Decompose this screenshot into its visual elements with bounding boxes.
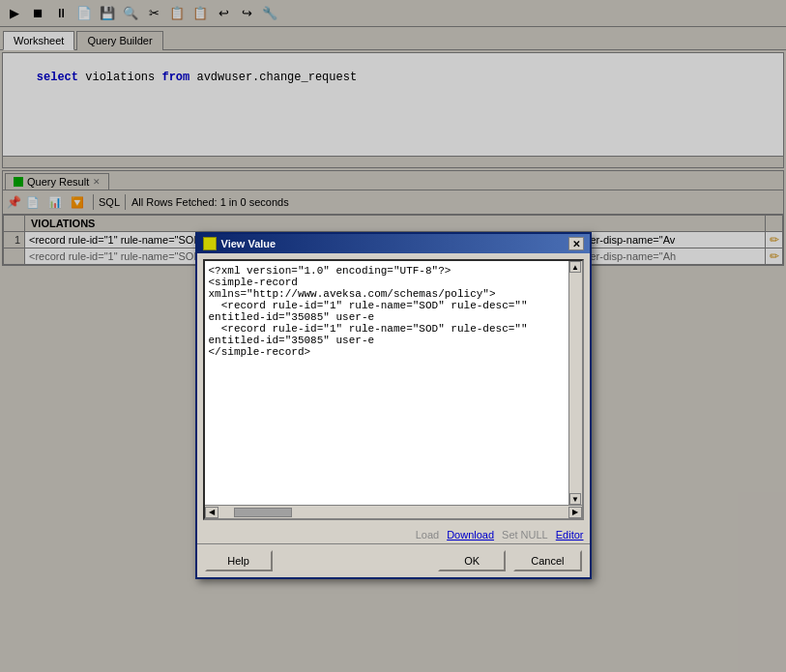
ok-button[interactable]: OK (438, 550, 506, 571)
help-button[interactable]: Help (205, 550, 273, 571)
dialog-title-text: View Value (221, 238, 277, 249)
dialog-hscrollbar[interactable]: ◀ ▶ (205, 505, 582, 518)
dialog-titlebar: View Value ✕ (197, 234, 590, 253)
dialog-close-button[interactable]: ✕ (568, 237, 584, 250)
view-value-dialog: View Value ✕ <?xml version="1.0" encodin… (195, 232, 592, 579)
hscroll-thumb[interactable] (234, 508, 292, 517)
setnull-link: Set NULL (502, 529, 548, 541)
download-link[interactable]: Download (447, 529, 494, 541)
dialog-buttons: Help OK Cancel (197, 544, 590, 577)
dialog-action-bar: Load Download Set NULL Editor (197, 526, 590, 544)
dialog-vscrollbar[interactable]: ▲ ▼ (568, 261, 582, 505)
dialog-content: <?xml version="1.0" encoding="UTF-8"?> <… (197, 253, 590, 526)
hscroll-left[interactable]: ◀ (205, 507, 218, 518)
dialog-textarea-wrapper: <?xml version="1.0" encoding="UTF-8"?> <… (203, 259, 584, 520)
scroll-down[interactable]: ▼ (569, 493, 581, 505)
cancel-button[interactable]: Cancel (513, 550, 581, 571)
modal-overlay: View Value ✕ <?xml version="1.0" encodin… (0, 0, 786, 672)
editor-link[interactable]: Editor (556, 529, 584, 541)
dialog-title-icon (203, 237, 217, 250)
load-link: Load (416, 529, 439, 541)
hscroll-right[interactable]: ▶ (568, 507, 582, 518)
dialog-textarea[interactable]: <?xml version="1.0" encoding="UTF-8"?> <… (205, 261, 568, 518)
scroll-up[interactable]: ▲ (569, 261, 581, 273)
